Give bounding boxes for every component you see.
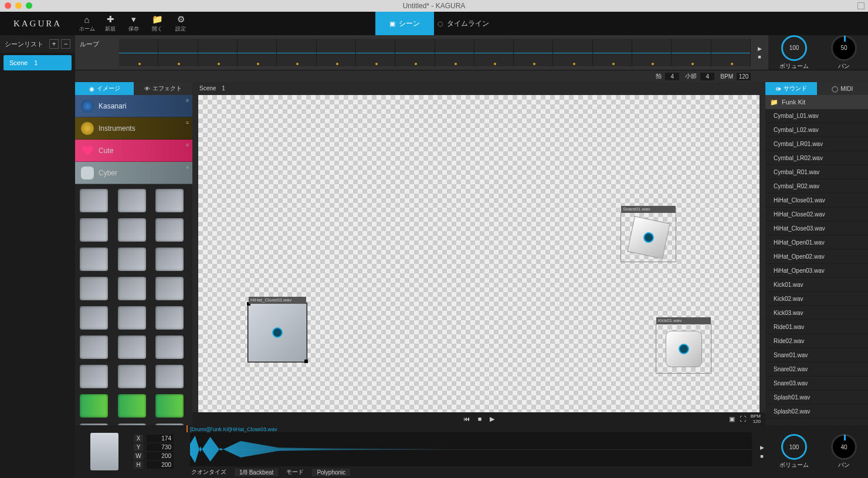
sound-file-row[interactable]: Snare03.wav bbox=[765, 377, 868, 391]
scene-canvas[interactable]: HiHat_Close03.wav Snare01.wav Kick01.wav bbox=[198, 95, 760, 412]
asset-thumb[interactable] bbox=[118, 365, 146, 388]
master-pan-knob[interactable]: 50 bbox=[831, 35, 857, 61]
tab-midi[interactable]: ◯MIDI bbox=[817, 82, 869, 95]
add-scene-button[interactable]: + bbox=[49, 39, 59, 49]
sound-file-row[interactable]: Splash02.wav bbox=[765, 405, 868, 419]
asset-thumb[interactable] bbox=[118, 218, 146, 242]
canvas-object-hihat[interactable]: HiHat_Close03.wav bbox=[248, 303, 307, 362]
sound-file-row[interactable]: HiHat_Close01.wav bbox=[765, 194, 868, 208]
sound-file-row[interactable]: Snare02.wav bbox=[765, 362, 868, 377]
maximize-icon[interactable] bbox=[857, 2, 864, 9]
remove-scene-button[interactable]: − bbox=[61, 39, 70, 49]
prev-icon[interactable]: ⏮ bbox=[463, 415, 470, 422]
sound-file-row[interactable]: Ride01.wav bbox=[765, 320, 868, 334]
stop-icon[interactable]: ■ bbox=[478, 415, 482, 422]
sound-file-row[interactable]: Splash01.wav bbox=[765, 391, 868, 405]
sound-file-row[interactable]: Cymbal_LR01.wav bbox=[765, 137, 868, 151]
master-volume-knob[interactable]: 100 bbox=[781, 35, 807, 61]
fit-icon[interactable]: ▣ bbox=[729, 415, 735, 423]
mode-scene[interactable]: ▣シーン bbox=[375, 12, 434, 35]
quantize-value[interactable]: 1/8 Backbeat bbox=[235, 469, 278, 476]
traffic-lights[interactable] bbox=[0, 0, 37, 12]
mode-value[interactable]: Polyphonic bbox=[312, 469, 350, 476]
menu-icon[interactable]: ≡ bbox=[186, 97, 189, 103]
scene-list-item[interactable]: Scene 1 bbox=[4, 55, 72, 70]
category-cyber[interactable]: Cyber≡ bbox=[75, 162, 192, 184]
asset-thumb[interactable] bbox=[155, 365, 184, 388]
coord-h[interactable]: 200 bbox=[147, 461, 174, 469]
bar-value[interactable]: 4 bbox=[700, 73, 714, 80]
sound-file-row[interactable]: Snare01.wav bbox=[765, 348, 868, 362]
mode-timeline[interactable]: ◌タイムライン bbox=[434, 12, 493, 35]
waveform[interactable] bbox=[190, 432, 752, 466]
asset-thumb[interactable] bbox=[118, 277, 146, 300]
asset-thumb[interactable] bbox=[80, 365, 108, 388]
sound-file-row[interactable]: Cymbal_L02.wav bbox=[765, 123, 868, 137]
asset-thumb[interactable] bbox=[80, 394, 108, 418]
sound-file-row[interactable]: Kick03.wav bbox=[765, 306, 868, 320]
home-button[interactable]: ⌂ホーム bbox=[75, 15, 99, 33]
canvas-object-snare[interactable]: Snare01.wav bbox=[621, 212, 676, 262]
sound-file-row[interactable]: HiHat_Close03.wav bbox=[765, 222, 868, 236]
sound-file-row[interactable]: HiHat_Open02.wav bbox=[765, 250, 868, 264]
save-button[interactable]: ▾保存 bbox=[122, 14, 145, 33]
loop-track[interactable] bbox=[119, 39, 751, 66]
tab-effect[interactable]: 👁エフェクト bbox=[134, 82, 192, 95]
asset-thumb[interactable] bbox=[155, 394, 184, 418]
folder-icon: 📁 bbox=[770, 99, 778, 106]
loop-play-icon[interactable]: ▶ bbox=[758, 46, 762, 52]
sound-file-row[interactable]: HiHat_Open03.wav bbox=[765, 264, 868, 278]
asset-thumb[interactable] bbox=[80, 306, 108, 330]
menu-icon[interactable]: ≡ bbox=[186, 120, 189, 126]
tab-sound[interactable]: 🕪サウンド bbox=[765, 82, 817, 95]
bpm-value[interactable]: 120 bbox=[737, 73, 751, 80]
sound-file-row[interactable]: Cymbal_L01.wav bbox=[765, 109, 868, 123]
asset-thumb[interactable] bbox=[80, 189, 108, 212]
asset-thumb[interactable] bbox=[155, 277, 184, 300]
asset-thumb[interactable] bbox=[155, 248, 184, 271]
coord-w[interactable]: 200 bbox=[147, 452, 174, 460]
menu-icon[interactable]: ≡ bbox=[186, 164, 189, 170]
loop-stop-icon[interactable]: ■ bbox=[758, 54, 761, 60]
sound-file-row[interactable]: Cymbal_R02.wav bbox=[765, 179, 868, 194]
sound-folder[interactable]: 📁Funk Kit bbox=[765, 95, 868, 109]
sound-file-row[interactable]: Kick01.wav bbox=[765, 278, 868, 292]
beat-value[interactable]: 4 bbox=[665, 73, 679, 80]
settings-button[interactable]: ⚙設定 bbox=[169, 14, 192, 33]
sound-file-row[interactable]: Cymbal_LR02.wav bbox=[765, 151, 868, 165]
category-kasanari[interactable]: Kasanari≡ bbox=[75, 95, 192, 117]
asset-thumb[interactable] bbox=[118, 306, 146, 330]
category-instruments[interactable]: Instruments≡ bbox=[75, 117, 192, 140]
asset-thumb[interactable] bbox=[80, 248, 108, 271]
open-button[interactable]: 📁開く bbox=[145, 14, 169, 33]
asset-thumb[interactable] bbox=[118, 189, 146, 212]
tab-image[interactable]: ◉イメージ bbox=[75, 82, 134, 95]
wave-play-icon[interactable]: ▶ bbox=[760, 445, 764, 450]
asset-thumb[interactable] bbox=[118, 394, 146, 418]
fullscreen-icon[interactable]: ⛶ bbox=[740, 415, 746, 422]
asset-thumb[interactable] bbox=[80, 218, 108, 242]
wave-stop-icon[interactable]: ■ bbox=[760, 453, 763, 459]
asset-thumb[interactable] bbox=[155, 335, 184, 359]
coord-y[interactable]: 730 bbox=[147, 443, 174, 451]
asset-thumb[interactable] bbox=[155, 218, 184, 242]
asset-thumb[interactable] bbox=[80, 335, 108, 359]
coord-x[interactable]: 174 bbox=[147, 435, 174, 442]
object-pan-knob[interactable]: 40 bbox=[831, 434, 857, 460]
canvas-object-kick[interactable]: Kick01.wav bbox=[656, 324, 711, 374]
sound-file-row[interactable]: Kick02.wav bbox=[765, 292, 868, 306]
sound-file-row[interactable]: Cymbal_R01.wav bbox=[765, 165, 868, 179]
object-volume-knob[interactable]: 100 bbox=[781, 434, 807, 460]
asset-thumb[interactable] bbox=[118, 248, 146, 271]
asset-thumb[interactable] bbox=[80, 277, 108, 300]
category-cute[interactable]: Cute≡ bbox=[75, 140, 192, 162]
asset-thumb[interactable] bbox=[155, 306, 184, 330]
sound-file-row[interactable]: HiHat_Close02.wav bbox=[765, 208, 868, 222]
new-button[interactable]: ✚新規 bbox=[99, 14, 122, 33]
sound-file-row[interactable]: Ride02.wav bbox=[765, 334, 868, 348]
asset-thumb[interactable] bbox=[118, 335, 146, 359]
menu-icon[interactable]: ≡ bbox=[186, 142, 189, 148]
play-icon[interactable]: ▶ bbox=[490, 415, 494, 423]
asset-thumb[interactable] bbox=[155, 189, 184, 212]
sound-file-row[interactable]: HiHat_Open01.wav bbox=[765, 236, 868, 250]
